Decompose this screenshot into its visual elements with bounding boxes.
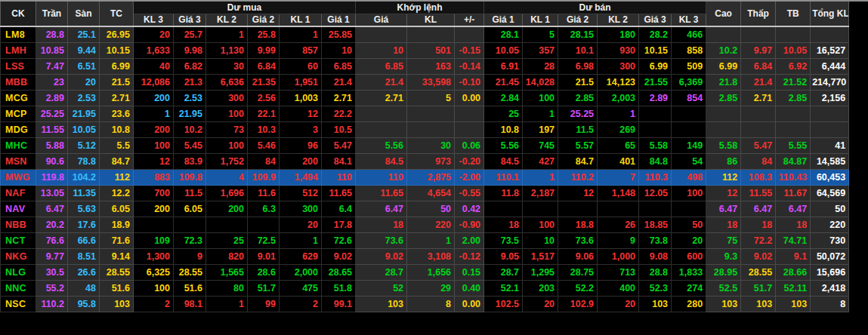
cell-buy-gia1: 99.1 [322,296,356,312]
cell-sell-kl1 [523,201,558,217]
cell-match-change: -0.14 [455,58,484,74]
cell-tc: 84.7 [100,153,134,169]
cell-match-gia: 11.65 [356,185,407,201]
cell-sell-gia1: 18 [484,217,523,232]
cell-buy-gia2: 51.7 [248,280,280,296]
cell-tb [776,121,811,137]
cell-buy-kl3 [134,217,174,232]
cell-buy-kl2 [206,217,248,232]
cell-buy-kl2: 1,565 [206,264,248,280]
cell-tc: 18.9 [100,217,134,232]
cell-tb: 84.87 [776,153,811,169]
stock-row-MCG[interactable]: MCG2.892.532.712002.533002.561,0032.712.… [1,90,868,106]
cell-thap: 28.55 [741,264,776,280]
col-header-buy-kl1: KL 1 [280,14,322,26]
cell-match-change [455,106,484,121]
stock-row-MCP[interactable]: MCP25.2521.9523.6121.9510022.11222.22512… [1,106,868,121]
cell-sell-gia1: 10.05 [484,42,523,58]
stock-row-NSC[interactable]: NSC110.295.8103298.1199299.110380.00102.… [1,296,868,312]
cell-sell-gia1: 52.1 [484,280,523,296]
cell-tc: 23.6 [100,106,134,121]
cell-tran: 76.6 [36,232,68,248]
stock-row-NLG[interactable]: NLG30.526.628.556,32528.551,56528.62,000… [1,264,868,280]
stock-row-MHC[interactable]: MHC5.885.125.51005.451005.46965.475.5630… [1,137,868,153]
cell-tb: 74.71 [776,232,811,248]
cell-sell-gia2: 21.5 [558,74,598,90]
cell-buy-kl1: 1 [280,232,322,248]
cell-buy-kl2: 1,752 [206,153,248,169]
cell-buy-kl3: 12 [134,153,174,169]
cell-buy-kl3: 1,633 [134,42,174,58]
cell-tran: 30.5 [36,264,68,280]
cell-buy-kl1: 20 [280,217,322,232]
stock-price-board: CK Trần Sàn TC Dư mua Khớp lệnh Dư bán C… [0,0,868,335]
cell-sell-gia3: 10.15 [639,42,672,58]
cell-tb [776,26,811,42]
cell-match-gia: 84.5 [356,153,407,169]
cell-sell-kl1: 1,295 [523,264,558,280]
cell-buy-kl1: 96 [280,137,322,153]
cell-sell-gia2: 52.2 [558,280,598,296]
cell-buy-gia2: 9.01 [248,248,280,264]
cell-buy-gia1: 10.5 [322,121,356,137]
col-header-sell-kl1: KL 1 [523,14,558,26]
cell-buy-gia1: 6.4 [322,201,356,217]
cell-sell-kl3: 1,833 [672,264,706,280]
cell-cao: 18 [706,217,741,232]
cell-tc: 6.05 [100,201,134,217]
cell-sell-gia2: 2.85 [558,90,598,106]
cell-ck: LSS [1,58,36,74]
cell-sell-kl1: 20 [523,296,558,312]
cell-san: 17.6 [68,217,100,232]
cell-buy-gia3: 25.7 [174,26,206,42]
cell-buy-gia1: 2.71 [322,90,356,106]
cell-cao: 112 [706,169,741,185]
cell-sell-gia2: 11.5 [558,121,598,137]
cell-sell-kl1: 10 [523,232,558,248]
cell-sell-kl2: 20 [598,296,639,312]
stock-row-MSN[interactable]: MSN90.678.884.71283.91,7528420084.184.59… [1,153,868,169]
cell-sell-kl2: 269 [598,121,639,137]
cell-san: 48 [68,280,100,296]
cell-tb: 11.67 [776,185,811,201]
cell-cao: 103 [706,296,741,312]
stock-row-NBB[interactable]: NBB20.217.618.92017.818220-0.901810018.8… [1,217,868,232]
cell-sell-gia3: 2.89 [639,90,672,106]
cell-sell-kl2: 300 [598,58,639,74]
cell-match-gia: 6.47 [356,201,407,217]
cell-tong-kl [811,26,849,42]
cell-tran: 55.2 [36,280,68,296]
cell-sell-kl3: 149 [672,137,706,153]
stock-row-LM8[interactable]: LM828.825.126.952025.7125.8125.8528.1528… [1,26,868,42]
cell-buy-kl1: 200 [280,153,322,169]
stock-row-NCT[interactable]: NCT76.666.671.610972.32572.5172.673.612.… [1,232,868,248]
cell-sell-kl1: 1 [523,169,558,185]
cell-buy-gia1: 110 [322,169,356,185]
cell-sell-gia3: 103 [639,296,672,312]
cell-buy-gia1: 11.65 [322,185,356,201]
cell-tb: 52.11 [776,280,811,296]
stock-row-MDG[interactable]: MDG11.5510.0510.820010.27310.3310.510.81… [1,121,868,137]
cell-ck: MCP [1,106,36,121]
stock-row-MWG[interactable]: MWG119.8104.2112883109.84109.91,49411011… [1,169,868,185]
cell-sell-gia3: 18.85 [639,217,672,232]
stock-row-NKG[interactable]: NKG9.778.519.141,30098209.016299.029.023… [1,248,868,264]
cell-sell-kl2: 930 [598,42,639,58]
cell-match-gia: 52 [356,280,407,296]
stock-row-MBB[interactable]: MBB232021.512,08621.36,63621.351,95121.4… [1,74,868,90]
cell-sell-gia2: 28.15 [558,26,598,42]
col-header-sell-gia2: Giá 2 [558,14,598,26]
stock-row-LSS[interactable]: LSS7.476.516.99406.82306.84606.856.85163… [1,58,868,74]
cell-buy-gia3: 2.53 [174,90,206,106]
cell-buy-gia1: 25.85 [322,26,356,42]
cell-ck: NAV [1,201,36,217]
cell-tb: 2.85 [776,90,811,106]
stock-row-NNC[interactable]: NNC55.24851.610051.68051.747551.852290.4… [1,280,868,296]
stock-row-NAF[interactable]: NAF13.0511.3512.270011.51,69611.651211.6… [1,185,868,201]
cell-sell-gia3 [639,121,672,137]
cell-buy-kl1: 629 [280,248,322,264]
col-header-buy-gia3: Giá 3 [174,14,206,26]
cell-san: 26.6 [68,264,100,280]
stock-row-LMH[interactable]: LMH10.859.4410.151,6339.981,1309.9985710… [1,42,868,58]
stock-row-NAV[interactable]: NAV6.475.636.052006.052006.33006.46.4750… [1,201,868,217]
